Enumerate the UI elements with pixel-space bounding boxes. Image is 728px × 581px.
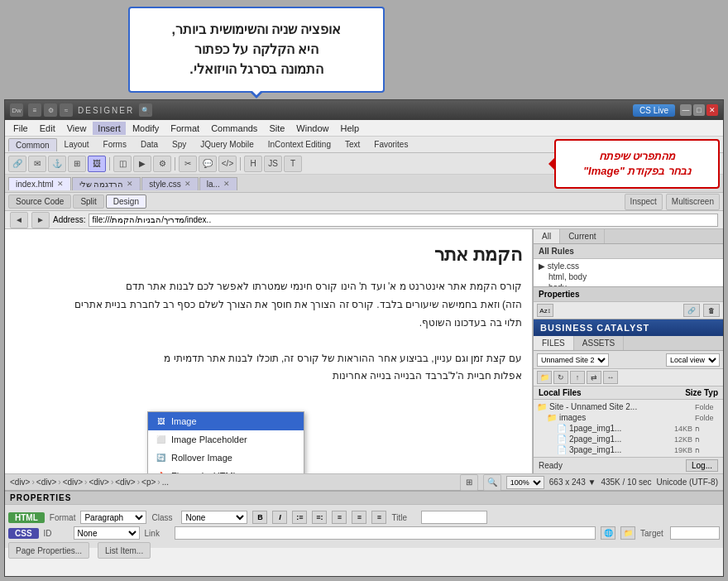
- menu-icon2[interactable]: ⚙: [44, 103, 57, 117]
- status-icon1[interactable]: ⊞: [460, 474, 478, 491]
- doc-tab-demo[interactable]: הרדגמה שלי ✕: [72, 177, 141, 190]
- align-btn3[interactable]: ≡: [371, 511, 386, 524]
- indent-btn[interactable]: :≡: [292, 511, 307, 524]
- css-tab-all[interactable]: All: [534, 229, 560, 243]
- dropdown-rollover[interactable]: 🔄 Rollover Image: [148, 449, 304, 467]
- status-icon2[interactable]: 🔍: [483, 474, 501, 491]
- menu-commands[interactable]: Commands: [206, 122, 262, 135]
- html-button[interactable]: HTML: [8, 512, 45, 523]
- forward-btn[interactable]: ►: [31, 212, 50, 228]
- prop-trash-btn[interactable]: 🗑: [703, 304, 720, 317]
- tool-media[interactable]: ▶: [133, 156, 151, 172]
- menu-insert[interactable]: Insert: [93, 122, 126, 135]
- doc-tab-index-close[interactable]: ✕: [57, 180, 64, 188]
- file-item-3[interactable]: 📄 3page_img1... 19KB ח: [535, 444, 721, 455]
- menu-icon3[interactable]: ≈: [60, 103, 73, 117]
- prop-link-btn[interactable]: 🔗: [683, 304, 700, 317]
- ft-expand-icon[interactable]: ↔: [603, 371, 618, 384]
- menu-format[interactable]: Format: [165, 122, 204, 135]
- doc-tab-css-close[interactable]: ✕: [184, 180, 191, 188]
- search-icon[interactable]: 🔍: [139, 103, 152, 117]
- ft-up-icon[interactable]: ↑: [570, 371, 585, 384]
- address-input[interactable]: [89, 214, 718, 227]
- tab-assets[interactable]: ASSETS: [574, 336, 624, 350]
- tool-tag[interactable]: </>: [218, 156, 237, 172]
- file-item-2[interactable]: 📄 2page_img1... 12KB ח: [535, 434, 721, 444]
- zoom-select[interactable]: 100%: [506, 476, 544, 489]
- css-tab-current[interactable]: Current: [560, 229, 605, 243]
- tool-anchor[interactable]: ⚓: [48, 156, 66, 172]
- align-btn2[interactable]: ≡: [352, 511, 366, 524]
- target-input[interactable]: [670, 526, 720, 540]
- tab-jquery[interactable]: JQuery Mobile: [194, 138, 260, 151]
- tool-hyperlink[interactable]: 🔗: [8, 156, 26, 172]
- file-item-images[interactable]: 📁 images Folde: [535, 412, 721, 423]
- maximize-button[interactable]: □: [693, 104, 705, 116]
- multiscreen-btn[interactable]: Multiscreen: [666, 194, 720, 210]
- tab-files[interactable]: FILES: [534, 336, 574, 350]
- tool-script[interactable]: JS: [264, 156, 282, 172]
- link-folder-btn[interactable]: 📁: [620, 526, 635, 540]
- menu-view[interactable]: View: [62, 122, 92, 135]
- tab-layout[interactable]: Layout: [58, 138, 96, 151]
- dropdown-image-placeholder[interactable]: ⬜ Image Placeholder: [148, 430, 304, 449]
- tab-common[interactable]: Common: [8, 138, 57, 151]
- view-split[interactable]: Split: [73, 194, 103, 209]
- log-button[interactable]: Log...: [686, 459, 718, 472]
- back-btn[interactable]: ◄: [10, 212, 28, 228]
- tool-table[interactable]: ⊞: [68, 156, 86, 172]
- menu-help[interactable]: Help: [335, 122, 364, 135]
- tool-widget[interactable]: ⚙: [153, 156, 171, 172]
- menu-edit[interactable]: Edit: [35, 122, 60, 135]
- outdent-btn[interactable]: ≡:: [312, 511, 327, 524]
- title-input[interactable]: [421, 511, 487, 524]
- menu-window[interactable]: Window: [291, 122, 333, 135]
- minimize-button[interactable]: —: [680, 104, 692, 116]
- doc-tab-css[interactable]: style.css ✕: [141, 177, 198, 190]
- doc-tab-demo-close[interactable]: ✕: [127, 180, 133, 188]
- tool-snip[interactable]: ✂: [179, 156, 197, 172]
- list-item-button[interactable]: List Item...: [98, 542, 151, 559]
- tab-spy[interactable]: Spy: [165, 138, 193, 151]
- menu-file[interactable]: File: [8, 122, 33, 135]
- dropdown-image[interactable]: 🖼 Image: [148, 412, 304, 430]
- site-select[interactable]: Unnamed Site 2: [537, 353, 609, 367]
- menu-icon1[interactable]: ≡: [28, 103, 41, 117]
- tool-email[interactable]: ✉: [28, 156, 46, 172]
- inspect-btn[interactable]: Inspect: [625, 194, 663, 210]
- tab-incontext[interactable]: InContext Editing: [261, 138, 338, 151]
- class-select[interactable]: None: [181, 511, 247, 524]
- tool-div[interactable]: ◫: [113, 156, 132, 172]
- bold-btn[interactable]: B: [252, 511, 267, 524]
- close-button[interactable]: ✕: [706, 104, 718, 116]
- menu-modify[interactable]: Modify: [127, 122, 164, 135]
- view-source[interactable]: Source Code: [8, 194, 71, 209]
- menu-site[interactable]: Site: [264, 122, 290, 135]
- dropdown-fireworks[interactable]: 🔥 Fireworks HTML: [148, 467, 304, 473]
- doc-tab-la-close[interactable]: ✕: [223, 180, 230, 188]
- file-item-1[interactable]: 📄 1page_img1... 14KB ח: [535, 423, 721, 434]
- doc-tab-la[interactable]: la... ✕: [199, 177, 237, 190]
- tab-data[interactable]: Data: [134, 138, 165, 151]
- ft-folder-icon[interactable]: 📁: [537, 371, 552, 384]
- id-select[interactable]: None: [74, 526, 140, 540]
- view-design[interactable]: Design: [106, 194, 146, 209]
- doc-tab-index[interactable]: index.html ✕: [8, 177, 71, 190]
- css-rule-0[interactable]: ▶ style.css: [535, 261, 721, 271]
- prop-az-btn[interactable]: Az↕: [537, 304, 553, 317]
- tool-head[interactable]: H: [244, 156, 262, 172]
- tool-comment[interactable]: 💬: [199, 156, 217, 172]
- align-btn1[interactable]: ≡: [332, 511, 347, 524]
- css-rule-1[interactable]: html, body: [535, 271, 721, 282]
- cs-live-button[interactable]: CS Live: [633, 104, 675, 117]
- page-props-button[interactable]: Page Properties...: [8, 542, 89, 559]
- link-input[interactable]: [175, 526, 596, 540]
- link-browse-btn[interactable]: 🌐: [601, 526, 615, 540]
- view-select[interactable]: Local view: [666, 353, 720, 367]
- tab-favorites[interactable]: Favorites: [367, 138, 414, 151]
- ft-refresh-icon[interactable]: ↻: [553, 371, 568, 384]
- format-select[interactable]: Paragraph: [80, 511, 146, 524]
- tab-forms[interactable]: Forms: [97, 138, 133, 151]
- italic-btn[interactable]: I: [272, 511, 287, 524]
- ft-sync-icon[interactable]: ⇄: [587, 371, 601, 384]
